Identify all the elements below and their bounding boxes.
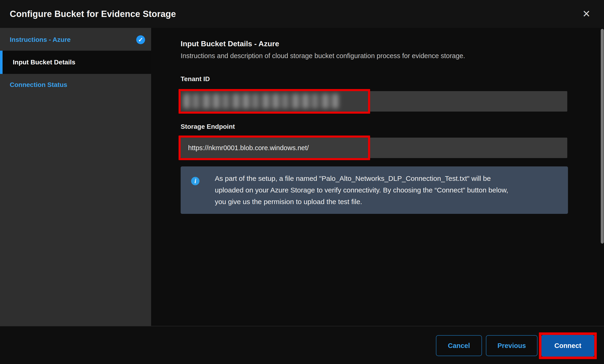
info-note-line: you give us the permision to upload the … [215,196,545,208]
section-description: Instructions and description of cloud st… [181,52,465,60]
info-note-box: i As part of the setup, a file named "Pa… [181,166,568,214]
tenant-id-label: Tenant ID [181,75,210,83]
vertical-scrollbar-thumb[interactable] [601,29,604,244]
close-button[interactable]: ✕ [581,8,592,20]
step-input-bucket-details[interactable]: Input Bucket Details [0,51,151,74]
info-note-line: uploaded on your Azure Storage to verify… [215,184,545,196]
tenant-id-value-redacted [183,94,340,108]
annotation-highlight-connect-button: Connect [539,332,597,359]
storage-endpoint-value: https://nkmr0001.blob.core.windows.net/ [181,144,309,152]
step-label: Instructions - Azure [10,36,71,43]
step-instructions-azure[interactable]: Instructions - Azure ✓ [0,29,151,51]
tenant-id-input[interactable] [181,91,567,112]
bucket-details-panel: Input Bucket Details - Azure Instruction… [151,28,604,326]
storage-endpoint-input[interactable]: https://nkmr0001.blob.core.windows.net/ [181,138,567,158]
info-icon: i [191,177,200,185]
modal-title: Configure Bucket for Evidence Storage [10,9,176,19]
step-completed-check-icon: ✓ [136,35,145,44]
info-note-text: As part of the setup, a file named "Palo… [215,173,545,208]
modal-footer: Cancel Previous Connect [0,326,604,364]
step-connection-status[interactable]: Connection Status [0,74,151,96]
storage-endpoint-label: Storage Endpoint [181,123,235,130]
modal-header: Configure Bucket for Evidence Storage ✕ [0,0,604,28]
info-note-line: As part of the setup, a file named "Palo… [215,173,545,184]
wizard-steps-sidebar: Instructions - Azure ✓ Input Bucket Deta… [0,28,151,326]
step-label: Connection Status [10,81,67,88]
previous-button[interactable]: Previous [486,335,538,356]
step-label: Input Bucket Details [13,59,75,66]
cancel-button[interactable]: Cancel [436,335,482,356]
connect-button[interactable]: Connect [541,335,594,357]
close-icon: ✕ [582,8,591,19]
section-heading: Input Bucket Details - Azure [181,39,279,48]
